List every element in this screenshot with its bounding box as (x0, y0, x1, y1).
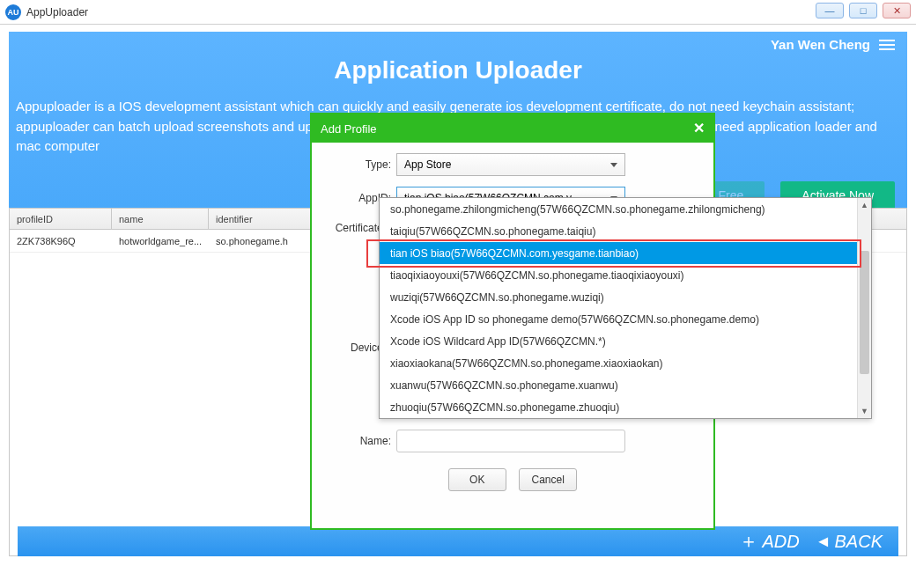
type-label: Type: (328, 158, 391, 171)
dropdown-item[interactable]: tiaoqixiaoyouxi(57W66QZCMN.so.phonegame.… (380, 264, 871, 286)
dialog-title: Add Profile (321, 122, 377, 136)
cell-profileid: 2ZK738K96Q (10, 230, 112, 252)
type-combo[interactable]: App Store (396, 153, 625, 176)
name-input[interactable] (396, 430, 625, 452)
appid-dropdown-list[interactable]: ▲ ▼ so.phonegame.zhilongmicheng(57W66QZC… (379, 197, 872, 419)
plus-icon: ＋ (739, 528, 758, 555)
dropdown-item[interactable]: zhuoqiu(57W66QZCMN.so.phonegame.zhuoqiu) (380, 396, 871, 418)
user-bar: Yan Wen Cheng (771, 37, 895, 52)
ok-button[interactable]: OK (448, 468, 506, 491)
col-profileid: profileID (10, 209, 112, 229)
dropdown-item[interactable]: xiaoxiaokana(57W66QZCMN.so.phonegame.xia… (380, 352, 871, 374)
window-controls: — □ ✕ (816, 3, 911, 18)
add-button[interactable]: ＋ADD (739, 528, 799, 555)
col-name: name (112, 209, 209, 229)
dropdown-item[interactable]: Xcode iOS Wildcard App ID(57W66QZCMN.*) (380, 330, 871, 352)
titlebar: AU AppUploader — □ ✕ (0, 0, 916, 25)
dropdown-item[interactable]: so.phonegame.zhilongmicheng(57W66QZCMN.s… (380, 198, 871, 220)
minimize-button[interactable]: — (816, 3, 844, 18)
name-label: Name: (328, 435, 391, 447)
dialog-close-icon[interactable]: ✕ (693, 120, 705, 136)
scroll-down-icon[interactable]: ▼ (858, 404, 871, 418)
hamburger-menu-icon[interactable] (879, 40, 895, 50)
scroll-thumb[interactable] (860, 251, 869, 374)
user-name: Yan Wen Cheng (771, 37, 870, 52)
close-window-button[interactable]: ✕ (883, 3, 911, 18)
back-button[interactable]: ◄BACK (816, 532, 883, 552)
dropdown-item[interactable]: xuanwu(57W66QZCMN.so.phonegame.xuanwu) (380, 374, 871, 396)
dropdown-item[interactable]: wuziqi(57W66QZCMN.so.phonegame.wuziqi) (380, 286, 871, 308)
dialog-header: Add Profile ✕ (312, 114, 713, 143)
cell-name: hotworldgame_re... (112, 230, 209, 252)
scroll-up-icon[interactable]: ▲ (858, 198, 871, 212)
dropdown-scrollbar[interactable]: ▲ ▼ (857, 198, 871, 418)
back-arrow-icon: ◄ (816, 533, 831, 551)
app-name: AppUploader (26, 6, 88, 18)
footer-bar: ＋ADD ◄BACK (18, 526, 898, 556)
dropdown-item[interactable]: taiqiu(57W66QZCMN.so.phonegame.taiqiu) (380, 220, 871, 242)
dropdown-item[interactable]: Xcode iOS App ID so phonegame demo(57W66… (380, 308, 871, 330)
maximize-button[interactable]: □ (849, 3, 877, 18)
cancel-button[interactable]: Cancel (519, 468, 577, 491)
dropdown-item[interactable]: tian iOS biao(57W66QZCMN.com.yesgame.tia… (380, 242, 871, 264)
app-logo-icon: AU (5, 4, 21, 20)
